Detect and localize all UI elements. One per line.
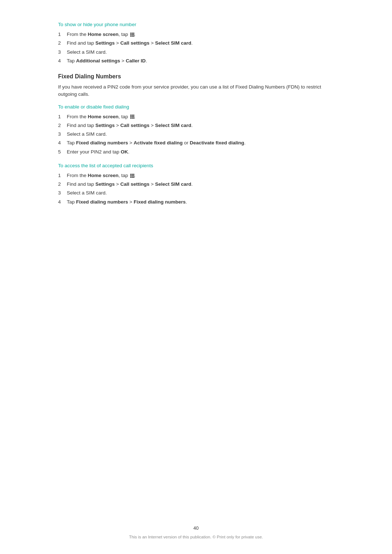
- step-item: 1 From the Home screen, tap .: [58, 31, 334, 38]
- fixed-dialing-description: If you have received a PIN2 code from yo…: [58, 83, 334, 98]
- page-number: 40: [0, 525, 392, 531]
- subsection1-heading: To enable or disable fixed dialing: [58, 104, 334, 110]
- step-number: 2: [58, 122, 67, 129]
- subsection1-steps-list: 1 From the Home screen, tap . 2 Find and…: [58, 113, 334, 156]
- page-footer: 40 This is an Internet version of this p…: [0, 525, 392, 539]
- step-item: 1 From the Home screen, tap .: [58, 172, 334, 179]
- step-number: 3: [58, 189, 67, 197]
- footer-note: This is an Internet version of this publ…: [129, 535, 263, 539]
- step-item: 2 Find and tap Settings > Call settings …: [58, 181, 334, 188]
- subsection2-heading: To access the list of accepted call reci…: [58, 163, 334, 168]
- subsection2-steps-list: 1 From the Home screen, tap . 2 Find and…: [58, 172, 334, 206]
- step-number: 1: [58, 113, 67, 120]
- step-number: 3: [58, 131, 67, 138]
- step-item: 3 Select a SIM card.: [58, 189, 334, 197]
- fixed-dialing-title: Fixed Dialing Numbers: [58, 73, 334, 80]
- step-text: Select a SIM card.: [67, 131, 334, 138]
- grid-icon: [130, 174, 134, 178]
- step-item: 3 Select a SIM card.: [58, 131, 334, 138]
- grid-icon: [130, 33, 134, 37]
- section1-heading: To show or hide your phone number: [58, 22, 334, 27]
- step-text: Find and tap Settings > Call settings > …: [67, 122, 334, 129]
- step-number: 4: [58, 198, 67, 206]
- step-item: 4 Tap Additional settings > Caller ID.: [58, 57, 334, 65]
- step-item: 4 Tap Fixed dialing numbers > Activate f…: [58, 139, 334, 147]
- section1-steps-list: 1 From the Home screen, tap . 2 Find and…: [58, 31, 334, 65]
- step-text: Find and tap Settings > Call settings > …: [67, 181, 334, 188]
- section-show-hide-phone: To show or hide your phone number 1 From…: [58, 22, 334, 65]
- step-text: Enter your PIN2 and tap OK.: [67, 148, 334, 156]
- step-text: From the Home screen, tap .: [67, 113, 334, 120]
- step-text: Tap Fixed dialing numbers > Fixed dialin…: [67, 198, 334, 206]
- step-item: 1 From the Home screen, tap .: [58, 113, 334, 120]
- step-item: 3 Select a SIM card.: [58, 49, 334, 56]
- step-number: 1: [58, 172, 67, 179]
- step-text: From the Home screen, tap .: [67, 31, 334, 38]
- step-text: Tap Additional settings > Caller ID.: [67, 57, 334, 65]
- section-fixed-dialing: Fixed Dialing Numbers If you have receiv…: [58, 73, 334, 206]
- step-item: 2 Find and tap Settings > Call settings …: [58, 122, 334, 129]
- step-number: 4: [58, 139, 67, 147]
- step-item: 5 Enter your PIN2 and tap OK.: [58, 148, 334, 156]
- step-number: 5: [58, 148, 67, 156]
- step-text: Select a SIM card.: [67, 49, 334, 56]
- step-text: Tap Fixed dialing numbers > Activate fix…: [67, 139, 334, 147]
- subsection-accepted-call-recipients: To access the list of accepted call reci…: [58, 163, 334, 206]
- step-number: 4: [58, 57, 67, 65]
- step-number: 3: [58, 49, 67, 56]
- step-number: 2: [58, 181, 67, 188]
- step-number: 1: [58, 31, 67, 38]
- step-text: Find and tap Settings > Call settings > …: [67, 40, 334, 47]
- step-item: 4 Tap Fixed dialing numbers > Fixed dial…: [58, 198, 334, 206]
- step-text: From the Home screen, tap .: [67, 172, 334, 179]
- subsection-enable-disable-dialing: To enable or disable fixed dialing 1 Fro…: [58, 104, 334, 156]
- step-number: 2: [58, 40, 67, 47]
- grid-icon: [130, 115, 134, 119]
- page-container: To show or hide your phone number 1 From…: [0, 0, 392, 554]
- step-item: 2 Find and tap Settings > Call settings …: [58, 40, 334, 47]
- step-text: Select a SIM card.: [67, 189, 334, 197]
